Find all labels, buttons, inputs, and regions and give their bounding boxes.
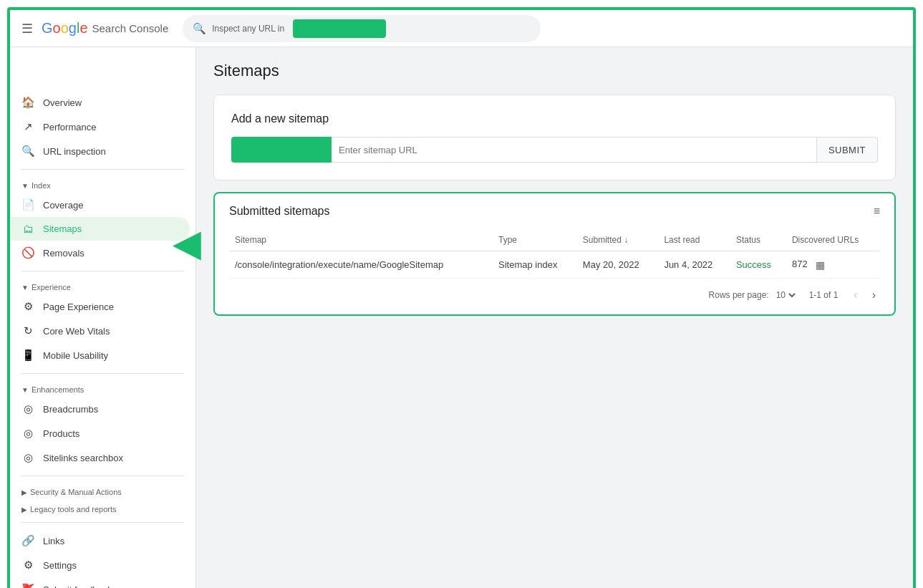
cell-type: Sitemap index (493, 251, 577, 279)
app-container: ☰ Google Search Console 🔍 Inspect any UR… (7, 7, 916, 588)
section-label: Index (32, 181, 51, 190)
rows-per-page-select[interactable]: 10 25 50 (773, 289, 798, 301)
add-sitemap-title: Add a new sitemap (231, 112, 878, 125)
sidebar-item-mobile-usability[interactable]: 📱 Mobile Usability (10, 343, 190, 367)
table-row: /console/integration/execute/name/Google… (229, 251, 880, 279)
core-web-vitals-icon: ↻ (21, 324, 34, 337)
pagination-controls: ‹ › (849, 287, 880, 303)
table-header: Sitemap Type Submitted ↓ Last read Statu… (229, 229, 880, 251)
pagination-row: Rows per page: 10 25 50 1-1 of 1 ‹ › (229, 279, 880, 303)
filter-icon[interactable]: ≡ (874, 205, 880, 218)
add-sitemap-card: Add a new sitemap SUBMIT (213, 95, 896, 180)
sidebar-item-settings[interactable]: ⚙ Settings (10, 553, 190, 577)
content-area: Sitemaps Add a new sitemap SUBMIT Submit… (196, 47, 913, 588)
sidebar-item-submit-feedback[interactable]: 🚩 Submit feedback (10, 577, 190, 588)
next-page-button[interactable]: › (868, 287, 880, 303)
enhancements-section-header: ▼ Enhancements (10, 380, 195, 397)
sidebar-divider (21, 169, 184, 170)
col-sitemap: Sitemap (229, 229, 493, 251)
sidebar-item-label: Performance (43, 122, 96, 132)
sidebar-item-url-inspection[interactable]: 🔍 URL inspection (10, 139, 190, 163)
main-layout: 🏠 Overview ↗ Performance 🔍 URL inspectio… (10, 47, 913, 588)
sitelinks-icon: ◎ (21, 451, 34, 464)
sidebar-item-page-experience[interactable]: ⚙ Page Experience (10, 294, 190, 319)
sidebar-item-overview[interactable]: 🏠 Overview (10, 90, 190, 115)
col-last-read: Last read (658, 229, 730, 251)
sidebar-item-label: Products (43, 428, 79, 439)
section-arrow: ▼ (21, 284, 29, 291)
sidebar: 🏠 Overview ↗ Performance 🔍 URL inspectio… (10, 47, 196, 588)
sitemap-url-input[interactable] (332, 137, 817, 163)
performance-icon: ↗ (21, 120, 34, 133)
section-label: Legacy tools and reports (30, 505, 116, 514)
section-label: Security & Manual Actions (30, 488, 122, 496)
sidebar-item-performance[interactable]: ↗ Performance (10, 115, 190, 139)
sidebar-item-coverage[interactable]: 📄 Coverage (10, 193, 190, 217)
section-arrow: ▶ (21, 488, 27, 496)
bar-chart-icon[interactable] (816, 259, 828, 271)
submit-button[interactable]: SUBMIT (817, 137, 878, 163)
sitemap-url-prefix (231, 137, 332, 163)
table-body: /console/integration/execute/name/Google… (229, 251, 880, 279)
arrow-indicator: ◀ (173, 223, 200, 264)
breadcrumbs-icon: ◎ (21, 403, 34, 415)
search-label: Inspect any URL in (212, 24, 284, 34)
links-icon: 🔗 (21, 534, 34, 547)
sidebar-item-removals[interactable]: 🚫 Removals (10, 241, 190, 265)
sort-icon: ↓ (624, 235, 628, 245)
products-icon: ◎ (21, 427, 34, 440)
submitted-title: Submitted sitemaps (229, 205, 330, 218)
top-header: ☰ Google Search Console 🔍 Inspect any UR… (10, 10, 913, 47)
sidebar-item-sitemaps[interactable]: 🗂 Sitemaps (10, 217, 190, 241)
cell-discovered-urls: 872 (786, 251, 880, 279)
mobile-icon: 📱 (21, 349, 34, 362)
col-submitted[interactable]: Submitted ↓ (577, 229, 659, 251)
home-icon: 🏠 (21, 96, 34, 109)
col-type: Type (493, 229, 577, 251)
sidebar-item-label: Breadcrumbs (43, 404, 98, 415)
sidebar-item-label: Coverage (43, 200, 83, 211)
sidebar-item-core-web-vitals[interactable]: ↻ Core Web Vitals (10, 319, 190, 343)
search-icon: 🔍 (21, 145, 34, 158)
sidebar-item-label: URL inspection (43, 146, 106, 157)
sitemaps-icon: 🗂 (21, 223, 34, 235)
sidebar-divider (21, 373, 184, 374)
sidebar-item-products[interactable]: ◎ Products (10, 421, 190, 445)
sidebar-item-label: Removals (43, 248, 84, 259)
sidebar-item-label: Settings (43, 560, 77, 571)
sidebar-item-label: Sitemaps (43, 223, 82, 234)
sidebar-item-links[interactable]: 🔗 Links (10, 529, 190, 553)
feedback-icon: 🚩 (21, 583, 34, 588)
prev-page-button[interactable]: ‹ (849, 287, 861, 303)
url-search-bar[interactable]: 🔍 Inspect any URL in (183, 15, 541, 42)
cell-sitemap: /console/integration/execute/name/Google… (229, 251, 493, 279)
sidebar-item-label: Overview (43, 97, 82, 108)
col-discovered-urls: Discovered URLs (786, 229, 880, 251)
google-logo: Google (42, 20, 88, 37)
search-url-pill[interactable] (293, 19, 386, 38)
add-sitemap-row: SUBMIT (231, 137, 878, 163)
submitted-header: Submitted sitemaps ≡ (229, 205, 880, 218)
section-arrow: ▶ (21, 506, 27, 514)
sitemaps-table: Sitemap Type Submitted ↓ Last read Statu… (229, 229, 880, 279)
legacy-section-header[interactable]: ▶ Legacy tools and reports (10, 499, 195, 516)
hamburger-icon[interactable]: ☰ (21, 21, 33, 37)
cell-status: Success (730, 251, 786, 279)
sidebar-item-label: Core Web Vitals (43, 326, 110, 337)
rows-per-page-label: Rows per page: (709, 290, 769, 300)
page-experience-icon: ⚙ (21, 300, 34, 313)
sidebar-item-breadcrumbs[interactable]: ◎ Breadcrumbs (10, 397, 190, 421)
section-label: Experience (32, 283, 71, 291)
coverage-icon: 📄 (21, 198, 34, 211)
settings-icon: ⚙ (21, 559, 34, 572)
index-section-header: ▼ Index (10, 175, 195, 193)
sidebar-divider (21, 476, 184, 476)
cell-submitted: May 20, 2022 (577, 251, 659, 279)
sidebar-item-label: Page Experience (43, 302, 114, 312)
rows-per-page: Rows per page: 10 25 50 (709, 289, 798, 301)
section-arrow: ▼ (21, 182, 29, 190)
sidebar-item-label: Mobile Usability (43, 350, 108, 361)
sidebar-item-sitelinks-searchbox[interactable]: ◎ Sitelinks searchbox (10, 445, 190, 470)
sidebar-item-label: Sitelinks searchbox (43, 453, 123, 463)
security-section-header[interactable]: ▶ Security & Manual Actions (10, 482, 195, 499)
